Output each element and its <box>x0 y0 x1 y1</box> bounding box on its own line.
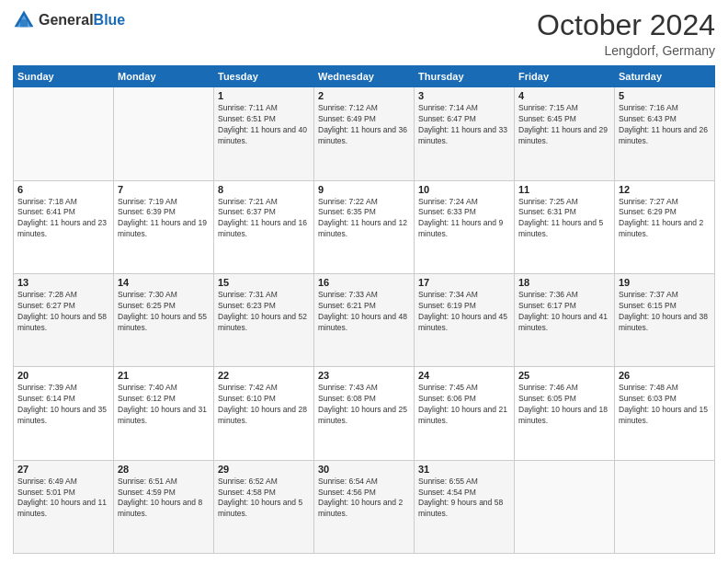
day-number: 28 <box>118 464 210 475</box>
day-cell <box>515 460 615 553</box>
day-cell: 6Sunrise: 7:18 AMSunset: 6:41 PMDaylight… <box>14 180 114 273</box>
week-row-4: 27Sunrise: 6:49 AMSunset: 5:01 PMDayligh… <box>14 460 715 553</box>
day-info: Sunrise: 6:54 AMSunset: 4:56 PMDaylight:… <box>318 477 410 521</box>
day-cell: 10Sunrise: 7:24 AMSunset: 6:33 PMDayligh… <box>415 180 515 273</box>
logo-text: General Blue <box>39 12 125 29</box>
day-info: Sunrise: 7:12 AMSunset: 6:49 PMDaylight:… <box>318 103 410 147</box>
day-number: 24 <box>418 370 510 381</box>
col-thursday: Thursday <box>415 66 515 87</box>
day-cell: 24Sunrise: 7:45 AMSunset: 6:06 PMDayligh… <box>415 367 515 460</box>
week-row-1: 6Sunrise: 7:18 AMSunset: 6:41 PMDaylight… <box>14 180 715 273</box>
day-info: Sunrise: 7:42 AMSunset: 6:10 PMDaylight:… <box>218 383 310 427</box>
day-cell: 29Sunrise: 6:52 AMSunset: 4:58 PMDayligh… <box>214 460 314 553</box>
day-number: 27 <box>17 464 109 475</box>
calendar-page: General Blue October 2024 Lengdorf, Germ… <box>0 0 728 563</box>
day-info: Sunrise: 7:27 AMSunset: 6:29 PMDaylight:… <box>619 197 711 241</box>
day-info: Sunrise: 6:52 AMSunset: 4:58 PMDaylight:… <box>218 477 310 521</box>
day-cell: 8Sunrise: 7:21 AMSunset: 6:37 PMDaylight… <box>214 180 314 273</box>
day-info: Sunrise: 7:15 AMSunset: 6:45 PMDaylight:… <box>518 103 610 147</box>
day-number: 7 <box>118 184 210 195</box>
day-number: 4 <box>518 90 610 101</box>
col-monday: Monday <box>114 66 214 87</box>
day-info: Sunrise: 7:34 AMSunset: 6:19 PMDaylight:… <box>418 290 510 334</box>
day-number: 26 <box>619 370 711 381</box>
day-cell: 28Sunrise: 6:51 AMSunset: 4:59 PMDayligh… <box>114 460 214 553</box>
header-row: Sunday Monday Tuesday Wednesday Thursday… <box>14 66 715 87</box>
title-block: October 2024 Lengdorf, Germany <box>537 9 715 58</box>
day-info: Sunrise: 7:40 AMSunset: 6:12 PMDaylight:… <box>118 383 210 427</box>
logo-icon <box>13 9 35 31</box>
day-number: 30 <box>318 464 410 475</box>
calendar-table: Sunday Monday Tuesday Wednesday Thursday… <box>13 65 715 554</box>
day-cell: 19Sunrise: 7:37 AMSunset: 6:15 PMDayligh… <box>615 273 715 366</box>
day-info: Sunrise: 7:14 AMSunset: 6:47 PMDaylight:… <box>418 103 510 147</box>
col-wednesday: Wednesday <box>314 66 415 87</box>
day-cell: 15Sunrise: 7:31 AMSunset: 6:23 PMDayligh… <box>214 273 314 366</box>
day-number: 3 <box>418 90 510 101</box>
day-info: Sunrise: 7:25 AMSunset: 6:31 PMDaylight:… <box>518 197 610 241</box>
week-row-2: 13Sunrise: 7:28 AMSunset: 6:27 PMDayligh… <box>14 273 715 366</box>
day-info: Sunrise: 7:22 AMSunset: 6:35 PMDaylight:… <box>318 197 410 241</box>
day-cell: 12Sunrise: 7:27 AMSunset: 6:29 PMDayligh… <box>615 180 715 273</box>
day-number: 14 <box>118 277 210 288</box>
day-number: 22 <box>218 370 310 381</box>
day-number: 6 <box>17 184 109 195</box>
day-info: Sunrise: 7:18 AMSunset: 6:41 PMDaylight:… <box>17 197 109 241</box>
day-cell: 9Sunrise: 7:22 AMSunset: 6:35 PMDaylight… <box>314 180 415 273</box>
day-info: Sunrise: 7:33 AMSunset: 6:21 PMDaylight:… <box>318 290 410 334</box>
day-info: Sunrise: 7:48 AMSunset: 6:03 PMDaylight:… <box>619 383 711 427</box>
day-number: 10 <box>418 184 510 195</box>
day-info: Sunrise: 7:43 AMSunset: 6:08 PMDaylight:… <box>318 383 410 427</box>
day-number: 16 <box>318 277 410 288</box>
day-cell: 17Sunrise: 7:34 AMSunset: 6:19 PMDayligh… <box>415 273 515 366</box>
day-number: 23 <box>318 370 410 381</box>
day-cell: 7Sunrise: 7:19 AMSunset: 6:39 PMDaylight… <box>114 180 214 273</box>
day-info: Sunrise: 7:37 AMSunset: 6:15 PMDaylight:… <box>619 290 711 334</box>
col-saturday: Saturday <box>615 66 715 87</box>
day-info: Sunrise: 7:21 AMSunset: 6:37 PMDaylight:… <box>218 197 310 241</box>
day-number: 8 <box>218 184 310 195</box>
day-cell: 14Sunrise: 7:30 AMSunset: 6:25 PMDayligh… <box>114 273 214 366</box>
day-cell: 25Sunrise: 7:46 AMSunset: 6:05 PMDayligh… <box>515 367 615 460</box>
day-number: 9 <box>318 184 410 195</box>
day-cell: 5Sunrise: 7:16 AMSunset: 6:43 PMDaylight… <box>615 87 715 180</box>
day-cell <box>14 87 114 180</box>
day-info: Sunrise: 7:45 AMSunset: 6:06 PMDaylight:… <box>418 383 510 427</box>
logo: General Blue <box>13 9 125 31</box>
day-number: 21 <box>118 370 210 381</box>
day-info: Sunrise: 7:16 AMSunset: 6:43 PMDaylight:… <box>619 103 711 147</box>
day-cell: 11Sunrise: 7:25 AMSunset: 6:31 PMDayligh… <box>515 180 615 273</box>
day-number: 31 <box>418 464 510 475</box>
day-info: Sunrise: 7:36 AMSunset: 6:17 PMDaylight:… <box>518 290 610 334</box>
day-cell: 31Sunrise: 6:55 AMSunset: 4:54 PMDayligh… <box>415 460 515 553</box>
col-sunday: Sunday <box>14 66 114 87</box>
day-cell: 21Sunrise: 7:40 AMSunset: 6:12 PMDayligh… <box>114 367 214 460</box>
day-number: 25 <box>518 370 610 381</box>
calendar-title: October 2024 <box>537 9 715 41</box>
day-number: 15 <box>218 277 310 288</box>
day-cell: 13Sunrise: 7:28 AMSunset: 6:27 PMDayligh… <box>14 273 114 366</box>
day-cell: 22Sunrise: 7:42 AMSunset: 6:10 PMDayligh… <box>214 367 314 460</box>
day-cell: 26Sunrise: 7:48 AMSunset: 6:03 PMDayligh… <box>615 367 715 460</box>
day-cell: 2Sunrise: 7:12 AMSunset: 6:49 PMDaylight… <box>314 87 415 180</box>
calendar-subtitle: Lengdorf, Germany <box>537 43 715 58</box>
day-info: Sunrise: 7:39 AMSunset: 6:14 PMDaylight:… <box>17 383 109 427</box>
day-number: 20 <box>17 370 109 381</box>
logo-blue: Blue <box>94 12 126 29</box>
day-cell <box>114 87 214 180</box>
day-cell: 3Sunrise: 7:14 AMSunset: 6:47 PMDaylight… <box>415 87 515 180</box>
day-cell: 4Sunrise: 7:15 AMSunset: 6:45 PMDaylight… <box>515 87 615 180</box>
week-row-3: 20Sunrise: 7:39 AMSunset: 6:14 PMDayligh… <box>14 367 715 460</box>
day-info: Sunrise: 7:30 AMSunset: 6:25 PMDaylight:… <box>118 290 210 334</box>
col-friday: Friday <box>515 66 615 87</box>
day-number: 2 <box>318 90 410 101</box>
day-info: Sunrise: 6:55 AMSunset: 4:54 PMDaylight:… <box>418 477 510 521</box>
logo-general: General <box>39 12 94 29</box>
day-info: Sunrise: 7:11 AMSunset: 6:51 PMDaylight:… <box>218 103 310 147</box>
day-cell: 20Sunrise: 7:39 AMSunset: 6:14 PMDayligh… <box>14 367 114 460</box>
day-cell: 30Sunrise: 6:54 AMSunset: 4:56 PMDayligh… <box>314 460 415 553</box>
col-tuesday: Tuesday <box>214 66 314 87</box>
day-number: 18 <box>518 277 610 288</box>
day-number: 1 <box>218 90 310 101</box>
day-cell: 27Sunrise: 6:49 AMSunset: 5:01 PMDayligh… <box>14 460 114 553</box>
